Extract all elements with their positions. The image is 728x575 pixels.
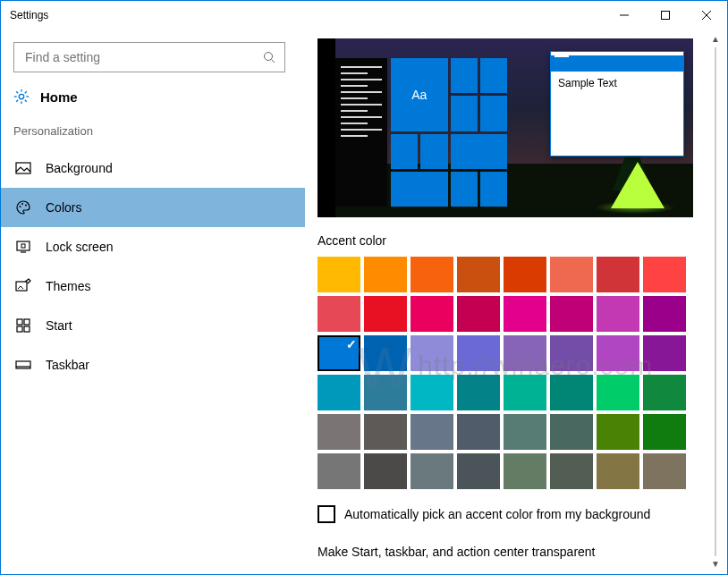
color-swatch[interactable] (597, 335, 639, 371)
sidebar-item-label: Background (46, 161, 113, 175)
color-swatch[interactable] (457, 453, 500, 489)
color-swatch[interactable] (457, 414, 500, 450)
color-swatch[interactable] (411, 453, 453, 489)
sidebar-item-label: Taskbar (46, 358, 89, 372)
color-swatch[interactable] (457, 335, 500, 371)
color-swatch[interactable] (597, 453, 639, 489)
scroll-thumb[interactable] (715, 47, 716, 556)
color-swatch[interactable] (550, 414, 593, 450)
color-swatch[interactable] (550, 453, 593, 489)
color-swatch[interactable] (643, 296, 686, 332)
color-swatch[interactable] (411, 375, 453, 410)
scrollbar[interactable]: ▲ ▼ (711, 35, 720, 569)
main-panel: Aa Sample Text Accent color Whttp://wina… (305, 30, 727, 574)
themes-icon (15, 278, 31, 294)
color-swatch[interactable] (317, 375, 360, 410)
color-swatch[interactable] (364, 335, 407, 371)
color-swatch[interactable] (411, 335, 453, 371)
preview-window: Sample Text (550, 51, 684, 156)
svg-rect-19 (17, 241, 30, 250)
sidebar-item-label: Lock screen (46, 240, 113, 254)
color-swatch[interactable] (457, 257, 500, 292)
sidebar-item-colors[interactable]: Colors (1, 188, 305, 227)
svg-line-12 (25, 100, 27, 102)
svg-point-6 (19, 94, 23, 98)
color-swatch[interactable] (597, 296, 639, 332)
svg-line-5 (272, 60, 275, 63)
color-swatch[interactable] (643, 375, 686, 410)
svg-rect-22 (16, 282, 27, 291)
gear-icon (13, 89, 30, 105)
svg-point-17 (21, 203, 23, 205)
svg-rect-27 (16, 361, 30, 368)
color-swatch[interactable] (504, 257, 546, 292)
color-swatch[interactable] (317, 335, 360, 371)
color-swatch[interactable] (643, 257, 686, 292)
color-swatch[interactable] (504, 414, 546, 450)
picture-icon (15, 160, 31, 176)
home-button[interactable]: Home (1, 81, 305, 115)
sidebar-item-label: Themes (46, 279, 91, 293)
color-swatch[interactable] (317, 414, 360, 450)
content: Home Personalization Background Colors L… (1, 30, 727, 574)
color-swatch[interactable] (550, 335, 593, 371)
svg-line-13 (16, 100, 18, 102)
color-swatch[interactable] (364, 414, 407, 450)
color-swatch[interactable] (643, 453, 686, 489)
close-button[interactable] (686, 1, 727, 30)
svg-rect-25 (17, 326, 22, 332)
color-swatch[interactable] (597, 414, 639, 450)
sidebar-item-background[interactable]: Background (1, 148, 305, 188)
sidebar-item-start[interactable]: Start (1, 306, 305, 345)
window-controls (604, 1, 727, 30)
auto-accent-checkbox[interactable] (317, 505, 335, 523)
color-swatch[interactable] (643, 335, 686, 371)
color-swatch[interactable] (550, 375, 593, 410)
color-swatch[interactable] (504, 296, 546, 332)
color-swatch[interactable] (317, 257, 360, 292)
color-swatch[interactable] (550, 296, 593, 332)
scroll-up-icon[interactable]: ▲ (711, 35, 720, 44)
color-swatch[interactable] (317, 296, 360, 332)
color-swatch[interactable] (457, 375, 500, 410)
color-swatch[interactable] (411, 296, 453, 332)
minimize-button[interactable] (604, 1, 645, 30)
transparency-heading: Make Start, taskbar, and action center t… (317, 545, 702, 559)
color-swatch[interactable] (364, 375, 407, 410)
svg-point-4 (265, 53, 273, 61)
color-swatch[interactable] (597, 257, 639, 292)
color-swatch[interactable] (411, 414, 453, 450)
titlebar: Settings (1, 1, 727, 30)
sidebar-item-taskbar[interactable]: Taskbar (1, 345, 305, 385)
sidebar-item-label: Start (46, 318, 72, 333)
svg-rect-15 (16, 163, 30, 173)
sidebar: Home Personalization Background Colors L… (1, 30, 305, 574)
color-swatch[interactable] (364, 296, 407, 332)
search-icon (263, 51, 275, 63)
scroll-down-icon[interactable]: ▼ (711, 560, 720, 569)
color-swatch[interactable] (364, 257, 407, 292)
sidebar-item-themes[interactable]: Themes (1, 266, 305, 306)
color-swatch[interactable] (597, 375, 639, 410)
color-swatch[interactable] (317, 453, 360, 489)
palette-icon (15, 199, 31, 216)
color-swatch[interactable] (504, 375, 546, 410)
svg-rect-26 (24, 326, 30, 332)
maximize-button[interactable] (645, 1, 686, 30)
preview-window-text: Sample Text (551, 72, 683, 95)
color-swatch[interactable] (504, 453, 546, 489)
sidebar-item-lockscreen[interactable]: Lock screen (1, 227, 305, 266)
color-swatch[interactable] (504, 335, 546, 371)
search-input[interactable] (13, 42, 285, 72)
svg-line-11 (16, 91, 18, 93)
color-swatch[interactable] (643, 414, 686, 450)
color-swatch[interactable] (550, 257, 593, 292)
svg-point-18 (25, 205, 27, 207)
auto-accent-row[interactable]: Automatically pick an accent color from … (317, 505, 702, 523)
color-swatch[interactable] (411, 257, 453, 292)
svg-rect-21 (21, 244, 25, 248)
preview-tile-aa: Aa (391, 58, 448, 131)
color-swatch[interactable] (457, 296, 500, 332)
search-field[interactable] (23, 49, 263, 65)
color-swatch[interactable] (364, 453, 407, 489)
